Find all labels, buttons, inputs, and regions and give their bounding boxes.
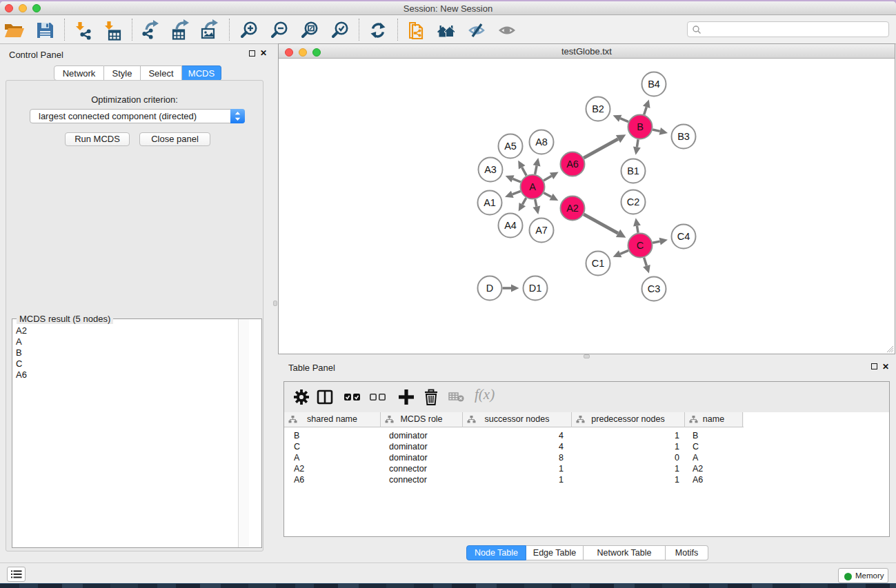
svg-text:A3: A3 xyxy=(484,164,497,175)
svg-text:D: D xyxy=(486,283,493,294)
svg-text:A5: A5 xyxy=(504,141,517,152)
svg-text:C: C xyxy=(637,240,644,251)
svg-text:B4: B4 xyxy=(648,79,660,90)
svg-text:B3: B3 xyxy=(677,131,690,142)
svg-text:A4: A4 xyxy=(504,220,517,231)
svg-text:A: A xyxy=(529,181,536,192)
svg-text:A2: A2 xyxy=(566,203,579,214)
svg-text:C3: C3 xyxy=(648,283,661,294)
svg-text:B2: B2 xyxy=(592,103,604,114)
svg-text:B: B xyxy=(637,121,644,132)
svg-text:C1: C1 xyxy=(592,258,605,269)
svg-text:C2: C2 xyxy=(627,196,640,207)
svg-text:D1: D1 xyxy=(529,283,542,294)
svg-text:B1: B1 xyxy=(627,165,639,176)
svg-text:A8: A8 xyxy=(535,136,548,148)
svg-text:A6: A6 xyxy=(566,159,579,170)
svg-text:A7: A7 xyxy=(535,225,548,236)
svg-text:A1: A1 xyxy=(484,197,496,208)
svg-text:C4: C4 xyxy=(677,231,690,242)
